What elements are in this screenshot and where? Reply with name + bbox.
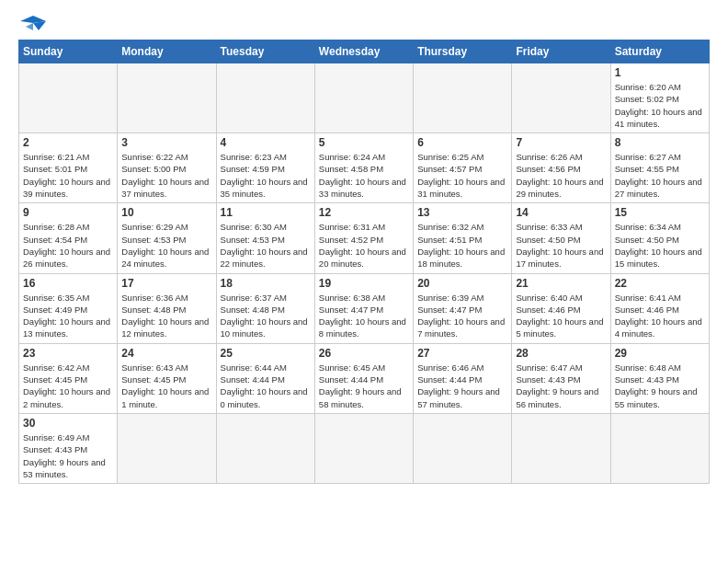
day-number: 25 <box>221 347 311 360</box>
calendar-cell: 24Sunrise: 6:43 AMSunset: 4:45 PMDayligh… <box>118 343 216 413</box>
header <box>18 14 710 32</box>
day-info: Sunrise: 6:27 AMSunset: 4:55 PMDaylight:… <box>615 151 705 200</box>
calendar-cell: 16Sunrise: 6:35 AMSunset: 4:49 PMDayligh… <box>19 273 118 343</box>
day-info: Sunrise: 6:44 AMSunset: 4:44 PMDaylight:… <box>221 362 311 410</box>
logo <box>18 14 46 32</box>
calendar-cell: 26Sunrise: 6:45 AMSunset: 4:44 PMDayligh… <box>314 343 413 413</box>
header-day-wednesday: Wednesday <box>314 40 413 63</box>
calendar-cell <box>314 413 413 483</box>
page: SundayMondayTuesdayWednesdayThursdayFrid… <box>0 0 728 563</box>
calendar-cell: 8Sunrise: 6:27 AMSunset: 4:55 PMDaylight… <box>610 133 709 203</box>
header-day-friday: Friday <box>512 40 610 63</box>
day-info: Sunrise: 6:41 AMSunset: 4:46 PMDaylight:… <box>615 292 705 340</box>
calendar-cell: 27Sunrise: 6:46 AMSunset: 4:44 PMDayligh… <box>414 343 512 413</box>
day-number: 29 <box>615 347 705 360</box>
calendar-cell <box>512 413 610 483</box>
day-number: 23 <box>23 347 113 360</box>
day-number: 19 <box>319 277 409 290</box>
day-info: Sunrise: 6:23 AMSunset: 4:59 PMDaylight:… <box>221 151 311 200</box>
day-number: 16 <box>23 277 113 290</box>
day-info: Sunrise: 6:25 AMSunset: 4:57 PMDaylight:… <box>417 151 507 200</box>
day-number: 20 <box>417 277 507 290</box>
logo-text <box>18 14 46 32</box>
day-number: 8 <box>615 136 705 149</box>
day-info: Sunrise: 6:43 AMSunset: 4:45 PMDaylight:… <box>121 362 211 410</box>
day-number: 3 <box>121 136 211 149</box>
calendar-cell: 14Sunrise: 6:33 AMSunset: 4:50 PMDayligh… <box>512 203 610 273</box>
week-row-2: 2Sunrise: 6:21 AMSunset: 5:01 PMDaylight… <box>19 133 710 203</box>
calendar-cell: 9Sunrise: 6:28 AMSunset: 4:54 PMDaylight… <box>19 203 118 273</box>
day-number: 9 <box>23 206 113 219</box>
calendar-cell: 1Sunrise: 6:20 AMSunset: 5:02 PMDaylight… <box>610 63 709 133</box>
calendar-cell <box>118 413 216 483</box>
day-info: Sunrise: 6:28 AMSunset: 4:54 PMDaylight:… <box>23 221 113 270</box>
calendar-cell: 5Sunrise: 6:24 AMSunset: 4:58 PMDaylight… <box>314 133 413 203</box>
calendar-cell: 19Sunrise: 6:38 AMSunset: 4:47 PMDayligh… <box>314 273 413 343</box>
day-number: 12 <box>319 206 409 219</box>
calendar: SundayMondayTuesdayWednesdayThursdayFrid… <box>18 40 710 484</box>
day-number: 21 <box>516 277 606 290</box>
day-info: Sunrise: 6:20 AMSunset: 5:02 PMDaylight:… <box>615 81 705 130</box>
day-info: Sunrise: 6:46 AMSunset: 4:44 PMDaylight:… <box>417 362 507 410</box>
calendar-cell: 3Sunrise: 6:22 AMSunset: 5:00 PMDaylight… <box>118 133 216 203</box>
calendar-cell: 2Sunrise: 6:21 AMSunset: 5:01 PMDaylight… <box>19 133 118 203</box>
calendar-cell <box>314 63 413 133</box>
week-row-4: 16Sunrise: 6:35 AMSunset: 4:49 PMDayligh… <box>19 273 710 343</box>
header-day-thursday: Thursday <box>414 40 512 63</box>
day-info: Sunrise: 6:32 AMSunset: 4:51 PMDaylight:… <box>417 221 507 270</box>
calendar-cell <box>610 413 709 483</box>
header-day-sunday: Sunday <box>19 40 118 63</box>
calendar-cell: 18Sunrise: 6:37 AMSunset: 4:48 PMDayligh… <box>216 273 314 343</box>
calendar-cell: 25Sunrise: 6:44 AMSunset: 4:44 PMDayligh… <box>216 343 314 413</box>
day-number: 11 <box>221 206 311 219</box>
week-row-5: 23Sunrise: 6:42 AMSunset: 4:45 PMDayligh… <box>19 343 710 413</box>
calendar-cell: 15Sunrise: 6:34 AMSunset: 4:50 PMDayligh… <box>610 203 709 273</box>
calendar-cell: 7Sunrise: 6:26 AMSunset: 4:56 PMDaylight… <box>512 133 610 203</box>
week-row-6: 30Sunrise: 6:49 AMSunset: 4:43 PMDayligh… <box>19 413 710 483</box>
day-info: Sunrise: 6:39 AMSunset: 4:47 PMDaylight:… <box>417 292 507 340</box>
calendar-cell <box>512 63 610 133</box>
day-info: Sunrise: 6:22 AMSunset: 5:00 PMDaylight:… <box>121 151 211 200</box>
day-number: 22 <box>615 277 705 290</box>
calendar-cell <box>118 63 216 133</box>
calendar-header: SundayMondayTuesdayWednesdayThursdayFrid… <box>19 40 710 63</box>
day-number: 17 <box>121 277 211 290</box>
day-info: Sunrise: 6:29 AMSunset: 4:53 PMDaylight:… <box>121 221 211 270</box>
day-info: Sunrise: 6:42 AMSunset: 4:45 PMDaylight:… <box>23 362 113 410</box>
day-info: Sunrise: 6:34 AMSunset: 4:50 PMDaylight:… <box>615 221 705 270</box>
day-info: Sunrise: 6:30 AMSunset: 4:53 PMDaylight:… <box>221 221 311 270</box>
calendar-cell: 6Sunrise: 6:25 AMSunset: 4:57 PMDaylight… <box>414 133 512 203</box>
day-number: 14 <box>516 206 606 219</box>
svg-marker-2 <box>26 23 33 30</box>
day-info: Sunrise: 6:48 AMSunset: 4:43 PMDaylight:… <box>615 362 705 410</box>
day-info: Sunrise: 6:24 AMSunset: 4:58 PMDaylight:… <box>319 151 409 200</box>
calendar-cell: 20Sunrise: 6:39 AMSunset: 4:47 PMDayligh… <box>414 273 512 343</box>
calendar-cell: 21Sunrise: 6:40 AMSunset: 4:46 PMDayligh… <box>512 273 610 343</box>
calendar-cell <box>216 413 314 483</box>
day-number: 4 <box>221 136 311 149</box>
day-info: Sunrise: 6:49 AMSunset: 4:43 PMDaylight:… <box>23 431 113 480</box>
calendar-cell: 29Sunrise: 6:48 AMSunset: 4:43 PMDayligh… <box>610 343 709 413</box>
header-day-monday: Monday <box>118 40 216 63</box>
calendar-cell: 17Sunrise: 6:36 AMSunset: 4:48 PMDayligh… <box>118 273 216 343</box>
week-row-1: 1Sunrise: 6:20 AMSunset: 5:02 PMDaylight… <box>19 63 710 133</box>
calendar-cell <box>414 413 512 483</box>
day-info: Sunrise: 6:37 AMSunset: 4:48 PMDaylight:… <box>221 292 311 340</box>
week-row-3: 9Sunrise: 6:28 AMSunset: 4:54 PMDaylight… <box>19 203 710 273</box>
calendar-cell <box>216 63 314 133</box>
day-info: Sunrise: 6:31 AMSunset: 4:52 PMDaylight:… <box>319 221 409 270</box>
calendar-cell: 4Sunrise: 6:23 AMSunset: 4:59 PMDaylight… <box>216 133 314 203</box>
day-number: 27 <box>417 347 507 360</box>
day-number: 13 <box>417 206 507 219</box>
day-number: 7 <box>516 136 606 149</box>
calendar-cell: 28Sunrise: 6:47 AMSunset: 4:43 PMDayligh… <box>512 343 610 413</box>
day-number: 18 <box>221 277 311 290</box>
calendar-cell <box>19 63 118 133</box>
calendar-cell: 22Sunrise: 6:41 AMSunset: 4:46 PMDayligh… <box>610 273 709 343</box>
calendar-cell: 30Sunrise: 6:49 AMSunset: 4:43 PMDayligh… <box>19 413 118 483</box>
calendar-cell: 12Sunrise: 6:31 AMSunset: 4:52 PMDayligh… <box>314 203 413 273</box>
day-number: 30 <box>23 417 113 430</box>
calendar-cell: 23Sunrise: 6:42 AMSunset: 4:45 PMDayligh… <box>19 343 118 413</box>
day-info: Sunrise: 6:33 AMSunset: 4:50 PMDaylight:… <box>516 221 606 270</box>
header-day-tuesday: Tuesday <box>216 40 314 63</box>
